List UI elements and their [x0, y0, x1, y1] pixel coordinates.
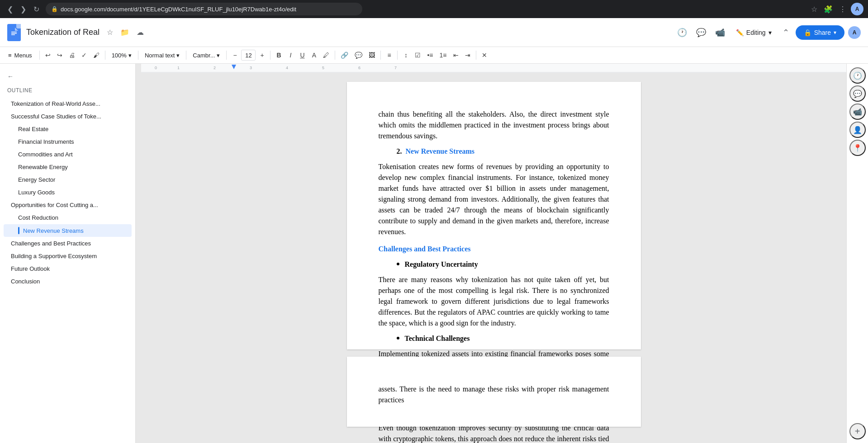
doc-area[interactable]: chain thus benefiting all the stakeholde… [141, 73, 846, 443]
sidebar-item-conclusion[interactable]: Conclusion [4, 275, 132, 287]
style-dropdown[interactable]: Normal text ▾ [141, 49, 183, 61]
text-color-button[interactable]: A [308, 49, 319, 61]
sidebar-item-cost-reduction[interactable]: Cost Reduction [4, 212, 132, 224]
underline-button[interactable]: U [297, 49, 308, 61]
link-button[interactable]: 🔗 [338, 49, 351, 61]
font-size-input[interactable] [241, 50, 256, 61]
font-dropdown[interactable]: Cambr... ▾ [189, 49, 223, 61]
history-icon[interactable]: 🕐 [674, 25, 690, 40]
sidebar-item-label: Cost Reduction [18, 214, 58, 221]
right-panel-history-icon[interactable]: 🕐 [849, 67, 866, 84]
sidebar-item-new-revenue[interactable]: New Revenue Streams [4, 224, 132, 237]
comment-inline-button[interactable]: 💬 [352, 49, 365, 61]
numbered-list-button[interactable]: 1≡ [437, 49, 450, 61]
sidebar-item-opportunities[interactable]: Opportunities for Cost Cutting a... [4, 199, 132, 211]
font-size-increase[interactable]: + [256, 49, 267, 61]
lock-icon: 🔒 [51, 6, 58, 12]
right-panel-maps-icon[interactable]: 📍 [849, 140, 866, 156]
star-icon[interactable]: ☆ [105, 26, 115, 38]
section2-title: New Revenue Streams [406, 147, 475, 155]
topbar-right: 🕐 💬 📹 ✏️ Editing ▾ ⌃ 🔒 Share ▾ A [674, 25, 861, 40]
line-spacing-button[interactable]: ↕ [400, 49, 411, 61]
page-content-2[interactable]: assets. There is the need to manage thes… [379, 384, 609, 405]
sidebar-item-challenges[interactable]: Challenges and Best Practices [4, 237, 132, 250]
sidebar-item-luxury-goods[interactable]: Luxury Goods [4, 186, 132, 198]
sidebar-item-case-studies[interactable]: Successful Case Studies of Toke... [4, 110, 132, 123]
bullet-list-button[interactable]: •≡ [424, 49, 436, 61]
sidebar-item-energy-sector[interactable]: Energy Sector [4, 174, 132, 186]
separator [39, 51, 40, 60]
right-panel-comments-icon[interactable]: 💬 [849, 85, 866, 102]
sidebar-item-renewable-energy[interactable]: Renewable Energy [4, 161, 132, 173]
menus-button[interactable]: ≡ Menus [4, 49, 37, 61]
active-indicator [18, 227, 19, 234]
sidebar: ← Outline Tokenization of Real-World Ass… [0, 64, 136, 443]
svg-rect-3 [11, 33, 17, 34]
font-size-controls: − + [229, 49, 267, 61]
bookmark-icon[interactable]: ☆ [809, 3, 819, 15]
folder-icon[interactable]: 📁 [119, 26, 131, 38]
page-1: chain thus benefiting all the stakeholde… [347, 82, 641, 349]
zoom-dropdown[interactable]: 100% ▾ [108, 49, 135, 61]
sidebar-item-label: Challenges and Best Practices [11, 240, 91, 247]
sidebar-item-future-outlook[interactable]: Future Outlook [4, 263, 132, 275]
sidebar-item-label: Future Outlook [11, 265, 50, 272]
user-avatar-app[interactable]: A [848, 26, 861, 39]
sidebar-item-building-ecosystem[interactable]: Building a Supportive Ecosystem [4, 250, 132, 262]
print-button[interactable]: 🖨 [66, 49, 78, 61]
sidebar-item-label: Opportunities for Cost Cutting a... [11, 202, 98, 208]
undo-button[interactable]: ↩ [43, 49, 53, 61]
editing-button[interactable]: ✏️ Editing ▾ [731, 26, 776, 39]
browser-actions: ☆ 🧩 ⋮ A [809, 3, 863, 15]
cloud-icon[interactable]: ☁ [135, 26, 146, 38]
sidebar-item-commodities-art[interactable]: Commodities and Art [4, 148, 132, 160]
comments-icon[interactable]: 💬 [693, 25, 709, 40]
spellcheck-button[interactable]: ✓ [79, 49, 90, 61]
bold-button[interactable]: B [273, 49, 284, 61]
refresh-button[interactable]: ↻ [31, 3, 42, 15]
sidebar-item-financial-instruments[interactable]: Financial Instruments [4, 136, 132, 148]
redo-button[interactable]: ↪ [54, 49, 65, 61]
collapse-icon[interactable]: ⌃ [780, 25, 792, 40]
highlight-button[interactable]: 🖊 [320, 49, 332, 61]
indent-decrease-button[interactable]: ⇤ [451, 49, 461, 61]
ruler: 0 1 2 3 4 5 6 7 [141, 64, 846, 73]
forward-button[interactable]: ❯ [18, 3, 29, 15]
separator9 [397, 51, 398, 60]
back-button[interactable]: ❮ [5, 3, 16, 15]
sidebar-item-tokenization[interactable]: Tokenization of Real-World Asse... [4, 98, 132, 110]
sidebar-back-button[interactable]: ← [0, 69, 21, 84]
font-size-decrease[interactable]: − [229, 49, 240, 61]
svg-text:6: 6 [358, 66, 360, 70]
back-arrow-icon: ← [7, 73, 14, 80]
checklist-button[interactable]: ☑ [412, 49, 423, 61]
browser-menu-icon[interactable]: ⋮ [837, 3, 848, 15]
doc-title[interactable]: Tokenization of Real [26, 28, 100, 37]
challenges-heading: Challenges and Best Practices [379, 244, 609, 254]
sidebar-item-label: Luxury Goods [18, 189, 55, 196]
italic-button[interactable]: I [285, 49, 296, 61]
left-margin [136, 64, 141, 443]
user-avatar[interactable]: A [851, 3, 863, 15]
paint-format-button[interactable]: 🖌 [90, 49, 102, 61]
section2-header: 2. New Revenue Streams [379, 146, 609, 157]
bullet-item-2: Technical Challenges [379, 333, 609, 344]
share-button[interactable]: 🔒 Share ▾ [796, 25, 844, 40]
pencil-icon: ✏️ [736, 29, 744, 36]
right-panel-add-button[interactable]: + [849, 423, 866, 439]
outline-label: Outline [0, 84, 135, 97]
doc-main: 0 1 2 3 4 5 6 7 [136, 64, 846, 443]
indent-increase-button[interactable]: ⇥ [462, 49, 473, 61]
bullet1-title: Regulatory Uncertainty [405, 259, 478, 270]
align-button[interactable]: ≡ [384, 49, 394, 61]
image-button[interactable]: 🖼 [366, 49, 378, 61]
intro-paragraph: chain thus benefiting all the stakeholde… [379, 109, 609, 141]
address-bar[interactable]: 🔒 docs.google.com/document/d/1YEELeCgDWk… [46, 3, 362, 15]
right-panel-meet-icon[interactable]: 📹 [849, 104, 866, 120]
meet-icon[interactable]: 📹 [712, 25, 728, 40]
extensions-icon[interactable]: 🧩 [822, 3, 835, 15]
right-panel-contacts-icon[interactable]: 👤 [849, 122, 866, 138]
clear-formatting-button[interactable]: ✕ [479, 49, 490, 61]
separator6 [270, 51, 270, 60]
sidebar-item-real-estate[interactable]: Real Estate [4, 123, 132, 135]
